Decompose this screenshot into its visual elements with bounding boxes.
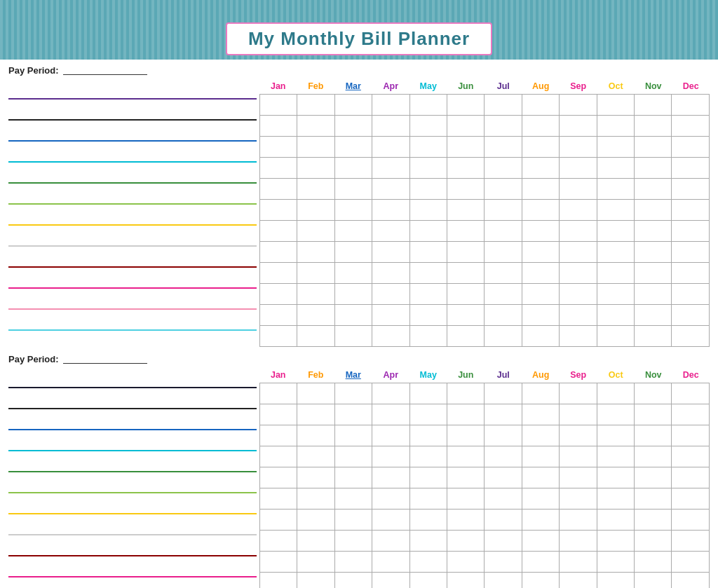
grid-cell[interactable]: [597, 137, 634, 158]
grid-cell[interactable]: [672, 95, 710, 116]
grid-cell[interactable]: [297, 488, 334, 510]
grid-cell[interactable]: [597, 116, 634, 137]
grid-cell[interactable]: [260, 158, 297, 179]
grid-cell[interactable]: [560, 95, 597, 116]
grid-cell[interactable]: [447, 179, 485, 200]
grid-cell[interactable]: [522, 116, 559, 137]
grid-cell[interactable]: [260, 284, 297, 305]
grid-cell[interactable]: [372, 425, 409, 446]
grid-cell[interactable]: [409, 221, 447, 242]
grid-cell[interactable]: [260, 510, 297, 531]
grid-cell[interactable]: [522, 446, 559, 467]
grid-cell[interactable]: [672, 488, 710, 510]
grid-cell[interactable]: [672, 531, 710, 552]
grid-cell[interactable]: [597, 552, 634, 573]
grid-cell[interactable]: [672, 158, 710, 179]
grid-cell[interactable]: [635, 425, 672, 446]
grid-cell[interactable]: [334, 263, 372, 284]
grid-cell[interactable]: [560, 284, 597, 305]
grid-cell[interactable]: [409, 137, 447, 158]
grid-cell[interactable]: [260, 326, 297, 347]
grid-cell[interactable]: [485, 531, 522, 552]
grid-cell[interactable]: [447, 510, 485, 531]
grid-cell[interactable]: [260, 221, 297, 242]
grid-cell[interactable]: [522, 467, 559, 488]
grid-cell[interactable]: [522, 510, 559, 531]
grid-cell[interactable]: [372, 242, 409, 263]
grid-cell[interactable]: [635, 467, 672, 488]
grid-cell[interactable]: [447, 383, 485, 404]
grid-cell[interactable]: [485, 137, 522, 158]
grid-cell[interactable]: [635, 326, 672, 347]
grid-cell[interactable]: [447, 200, 485, 221]
grid-cell[interactable]: [560, 305, 597, 326]
grid-cell[interactable]: [409, 200, 447, 221]
grid-cell[interactable]: [372, 467, 409, 488]
grid-cell[interactable]: [485, 221, 522, 242]
grid-cell[interactable]: [297, 510, 334, 531]
grid-cell[interactable]: [560, 179, 597, 200]
grid-cell[interactable]: [260, 467, 297, 488]
grid-cell[interactable]: [635, 552, 672, 573]
grid-cell[interactable]: [522, 404, 559, 425]
grid-cell[interactable]: [672, 467, 710, 488]
grid-cell[interactable]: [334, 242, 372, 263]
grid-cell[interactable]: [334, 488, 372, 510]
grid-cell[interactable]: [334, 552, 372, 573]
grid-cell[interactable]: [260, 200, 297, 221]
grid-cell[interactable]: [522, 263, 559, 284]
grid-cell[interactable]: [409, 263, 447, 284]
grid-cell[interactable]: [260, 446, 297, 467]
grid-cell[interactable]: [635, 531, 672, 552]
grid-cell[interactable]: [560, 573, 597, 589]
grid-cell[interactable]: [372, 137, 409, 158]
grid-cell[interactable]: [597, 531, 634, 552]
grid-cell[interactable]: [447, 446, 485, 467]
grid-cell[interactable]: [447, 305, 485, 326]
grid-cell[interactable]: [372, 510, 409, 531]
grid-cell[interactable]: [522, 326, 559, 347]
grid-cell[interactable]: [597, 221, 634, 242]
grid-cell[interactable]: [485, 284, 522, 305]
grid-cell[interactable]: [297, 284, 334, 305]
grid-cell[interactable]: [635, 510, 672, 531]
grid-cell[interactable]: [372, 116, 409, 137]
grid-cell[interactable]: [635, 305, 672, 326]
grid-cell[interactable]: [297, 221, 334, 242]
grid-cell[interactable]: [409, 284, 447, 305]
grid-cell[interactable]: [522, 95, 559, 116]
grid-cell[interactable]: [447, 137, 485, 158]
grid-cell[interactable]: [597, 425, 634, 446]
grid-cell[interactable]: [372, 305, 409, 326]
grid-cell[interactable]: [260, 95, 297, 116]
grid-cell[interactable]: [522, 200, 559, 221]
grid-cell[interactable]: [372, 200, 409, 221]
grid-cell[interactable]: [485, 467, 522, 488]
grid-cell[interactable]: [447, 221, 485, 242]
grid-cell[interactable]: [447, 242, 485, 263]
grid-cell[interactable]: [485, 263, 522, 284]
grid-cell[interactable]: [447, 573, 485, 589]
grid-cell[interactable]: [522, 242, 559, 263]
grid-cell[interactable]: [409, 383, 447, 404]
grid-cell[interactable]: [409, 467, 447, 488]
grid-cell[interactable]: [485, 446, 522, 467]
grid-cell[interactable]: [672, 284, 710, 305]
grid-cell[interactable]: [672, 446, 710, 467]
grid-cell[interactable]: [372, 179, 409, 200]
grid-cell[interactable]: [485, 326, 522, 347]
grid-cell[interactable]: [635, 221, 672, 242]
grid-cell[interactable]: [447, 95, 485, 116]
grid-cell[interactable]: [447, 326, 485, 347]
grid-cell[interactable]: [334, 383, 372, 404]
grid-cell[interactable]: [522, 425, 559, 446]
grid-cell[interactable]: [260, 116, 297, 137]
grid-cell[interactable]: [334, 510, 372, 531]
grid-cell[interactable]: [522, 383, 559, 404]
grid-cell[interactable]: [334, 446, 372, 467]
grid-cell[interactable]: [635, 158, 672, 179]
grid-cell[interactable]: [485, 200, 522, 221]
grid-cell[interactable]: [560, 531, 597, 552]
grid-cell[interactable]: [260, 383, 297, 404]
grid-cell[interactable]: [334, 137, 372, 158]
